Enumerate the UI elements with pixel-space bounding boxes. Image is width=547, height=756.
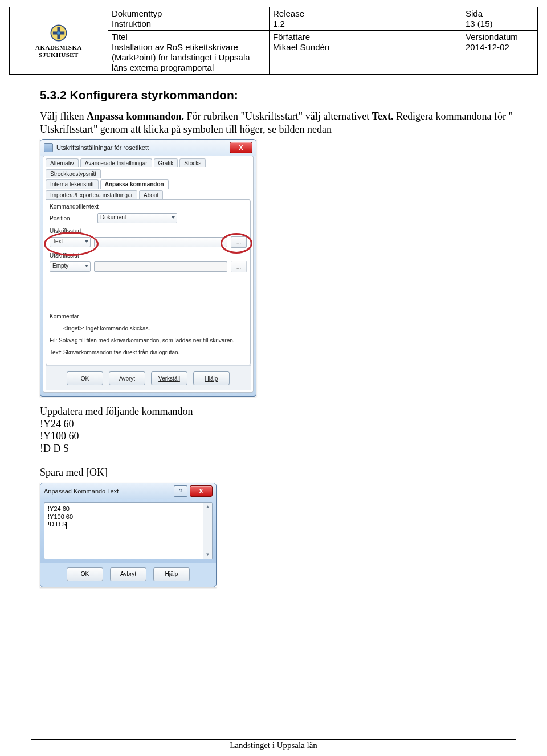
hospital-cross-icon xyxy=(49,23,68,43)
utskriftsstart-input[interactable] xyxy=(94,237,227,247)
close-button[interactable]: X xyxy=(230,142,252,153)
versiondate-value: 2014-12-02 xyxy=(466,42,509,52)
doc-header: AKADEMISKA SJUKHUSET Dokumenttyp Instruk… xyxy=(9,7,538,75)
tab-grafik[interactable]: Grafik xyxy=(154,158,178,167)
versiondate-label: Versiondatum xyxy=(466,32,518,42)
hint-inget: <Inget>: Inget kommando skickas. xyxy=(63,325,247,332)
command-3: !D D S xyxy=(40,443,538,455)
dialog2-title: Anpassad Kommando Text xyxy=(44,488,119,495)
command-textarea[interactable]: !Y24 60 !Y100 60 !D D S ▲ ▼ xyxy=(44,502,213,559)
commands-intro: Uppdatera med följande kommandon xyxy=(40,406,538,418)
tab-about[interactable]: About xyxy=(139,190,163,199)
page-value: 13 (15) xyxy=(466,19,493,28)
scroll-up-icon: ▲ xyxy=(203,503,212,511)
close-icon: X xyxy=(199,488,203,495)
help-icon: ? xyxy=(179,488,182,495)
release-label: Release xyxy=(273,9,304,18)
dialog-custom-command-text: Anpassad Kommando Text ? X !Y24 60 !Y100… xyxy=(40,483,217,587)
section-heading: 5.3.2 Konfigurera styrkommandon: xyxy=(40,88,538,102)
ok-button[interactable]: OK xyxy=(67,371,103,385)
hint-text: Text: Skrivarkommandon tas direkt från d… xyxy=(50,349,247,355)
position-select[interactable]: Dokument xyxy=(97,213,177,223)
doctype-value: Instruktion xyxy=(112,19,151,28)
title-label: Titel xyxy=(112,32,128,42)
ok-button[interactable]: OK xyxy=(67,567,103,581)
apply-button[interactable]: Verkställ xyxy=(151,371,187,385)
page-label: Sida xyxy=(466,9,483,18)
text-cursor xyxy=(66,522,67,529)
scroll-down-icon: ▼ xyxy=(203,551,212,559)
help-button[interactable]: Hjälp xyxy=(153,567,190,581)
tab-avancerade-inst-llningar[interactable]: Avancerade Inställningar xyxy=(80,158,152,167)
hint-fil: Fil: Sökväg till filen med skrivarkomman… xyxy=(50,337,247,344)
instruction-paragraph: Välj fliken Anpassa kommandon. För rubri… xyxy=(40,110,519,136)
utskriftsslut-input xyxy=(94,261,227,272)
textarea-line-2: !Y100 60 xyxy=(48,513,202,521)
close-icon: X xyxy=(239,144,243,151)
logo: AKADEMISKA SJUKHUSET xyxy=(11,23,107,58)
tabs-row-1: AlternativAvancerade InställningarGrafik… xyxy=(46,158,251,178)
help-button[interactable]: Hjälp xyxy=(193,371,230,385)
comment-label: Kommentar xyxy=(50,313,247,320)
logo-line2: SJUKHUSET xyxy=(35,51,82,58)
svg-point-3 xyxy=(57,32,60,35)
scrollbar[interactable]: ▲ ▼ xyxy=(203,503,212,559)
help-button[interactable]: ? xyxy=(174,485,187,497)
doctype-label: Dokumenttyp xyxy=(112,9,162,18)
dialog-title: Utskriftsinställningar för rosetikett xyxy=(56,144,149,151)
save-instruction: Spara med [OK] xyxy=(40,467,538,479)
textarea-line-1: !Y24 60 xyxy=(48,505,202,513)
dialog-print-settings: Utskriftsinställningar för rosetikett X … xyxy=(40,139,256,397)
tab-anpassa-kommandon[interactable]: Anpassa kommandon xyxy=(100,179,169,189)
tabs-row-2: Interna tekensnittAnpassa kommandonImpor… xyxy=(46,179,251,199)
footer-text: Landstinget i Uppsala län xyxy=(0,741,547,750)
textarea-line-3: !D D S xyxy=(48,521,66,528)
tab-stocks[interactable]: Stocks xyxy=(179,158,206,167)
utskriftsslut-select[interactable]: Empty xyxy=(50,261,91,272)
author-label: Författare xyxy=(273,32,310,42)
tab-streckkodstypsnitt[interactable]: Streckkodstypsnitt xyxy=(46,169,101,178)
tab-importera-exportera-inst-llningar[interactable]: Importera/Exportera inställningar xyxy=(46,190,137,199)
release-value: 1.2 xyxy=(273,19,285,28)
close-button[interactable]: X xyxy=(190,485,213,497)
utskriftsslut-edit-button: ... xyxy=(231,261,247,272)
position-label: Position xyxy=(50,215,84,222)
footer-rule xyxy=(31,739,516,740)
highlight-circle-right xyxy=(221,233,252,254)
highlight-circle-left xyxy=(44,232,99,256)
tab-interna-tekensnitt[interactable]: Interna tekensnitt xyxy=(46,179,99,189)
logo-line1: AKADEMISKA xyxy=(35,44,82,51)
command-2: !Y100 60 xyxy=(40,430,538,443)
group-label: Kommandofiler/text xyxy=(50,203,247,210)
author-value: Mikael Sundén xyxy=(273,42,329,52)
cancel-button[interactable]: Avbryt xyxy=(110,567,146,581)
printer-icon xyxy=(44,143,53,152)
command-1: !Y24 60 xyxy=(40,418,538,431)
tab-alternativ[interactable]: Alternativ xyxy=(46,158,79,167)
cancel-button[interactable]: Avbryt xyxy=(109,371,145,385)
title-value: Installation av RoS etikettskrivare (Mar… xyxy=(112,42,250,72)
